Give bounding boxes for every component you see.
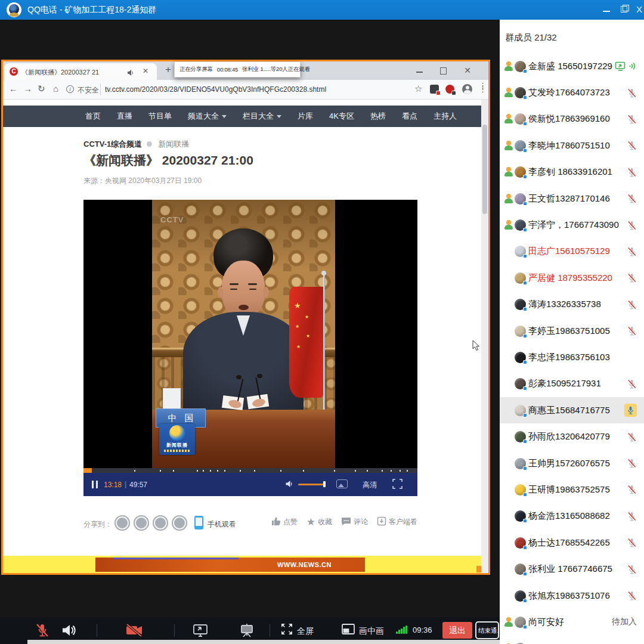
reload-icon[interactable]: ↻ xyxy=(38,83,45,94)
site-info-icon[interactable]: i xyxy=(66,85,74,93)
whiteboard-icon[interactable] xyxy=(239,623,255,640)
new-tab-button[interactable]: + xyxy=(165,64,171,76)
security-label[interactable]: 不安全 xyxy=(78,85,99,95)
member-row[interactable]: 彭豪15095217931 xyxy=(500,371,644,397)
bookmark-star-icon[interactable]: ☆ xyxy=(414,83,422,94)
close-button[interactable]: X xyxy=(632,4,644,16)
minimize-button[interactable] xyxy=(600,4,614,16)
member-row[interactable]: 张利业 17667746675 xyxy=(500,556,644,582)
site-nav-item[interactable]: 主持人 xyxy=(434,111,457,122)
avatar[interactable] xyxy=(515,219,526,231)
site-nav-item[interactable]: 片库 xyxy=(298,111,313,122)
member-status[interactable]: 待加入 xyxy=(612,609,637,635)
member-row[interactable]: 宇泽宁，17667743090 xyxy=(500,212,644,238)
exit-button[interactable]: 退出 xyxy=(442,622,472,639)
address-url[interactable]: tv.cctv.com/2020/03/28/VIDENO54VU0gQbV3I… xyxy=(105,85,326,94)
member-row[interactable]: 侯新悦17863969160 xyxy=(500,106,644,132)
tab-close-icon[interactable]: ✕ xyxy=(143,67,148,75)
mic-muted-icon[interactable] xyxy=(627,159,637,185)
pause-icon[interactable] xyxy=(92,481,98,488)
site-nav-item[interactable]: 直播 xyxy=(117,111,132,122)
site-nav-item[interactable]: 节目单 xyxy=(148,111,172,122)
seek-bar[interactable] xyxy=(83,468,417,473)
mic-muted-icon[interactable] xyxy=(627,530,637,556)
avatar[interactable] xyxy=(515,484,526,496)
member-row[interactable]: 严居健 18795355220 xyxy=(500,265,644,291)
video-action[interactable]: 评论 xyxy=(341,516,368,528)
video-action[interactable]: 客户端看 xyxy=(377,516,417,528)
site-nav-item[interactable]: 热榜 xyxy=(370,111,386,122)
avatar[interactable] xyxy=(515,326,526,337)
avatar[interactable] xyxy=(515,61,526,72)
volume-knob[interactable] xyxy=(323,481,326,487)
avatar[interactable] xyxy=(515,113,526,125)
home-icon[interactable]: ⌂ xyxy=(53,83,58,94)
volume-icon[interactable] xyxy=(285,479,294,491)
fullscreen-icon[interactable] xyxy=(392,479,402,491)
screenshot-icon[interactable] xyxy=(336,479,348,488)
avatar[interactable] xyxy=(515,458,526,469)
mic-muted-icon[interactable] xyxy=(627,371,637,397)
quality-button[interactable]: 高清 xyxy=(363,480,377,490)
share-more-icon[interactable] xyxy=(172,515,187,531)
scrollbar-thumb[interactable] xyxy=(482,125,487,214)
mic-muted-icon[interactable] xyxy=(627,185,637,212)
screen-share-icon[interactable] xyxy=(192,623,209,640)
avatar[interactable] xyxy=(515,590,526,602)
fullscreen-button[interactable]: 全屏 xyxy=(280,623,314,638)
avatar[interactable] xyxy=(515,273,526,284)
avatar[interactable] xyxy=(515,193,526,205)
avatar[interactable] xyxy=(515,87,526,98)
member-row[interactable]: 田志广15610575129 xyxy=(500,239,644,265)
mic-muted-icon[interactable] xyxy=(627,132,637,159)
avatar[interactable] xyxy=(515,510,526,522)
end-call-button[interactable]: 结束通... xyxy=(475,621,499,639)
avatar[interactable] xyxy=(515,405,526,416)
avatar[interactable] xyxy=(515,166,526,178)
breadcrumb-channel[interactable]: CCTV-1综合频道 xyxy=(83,140,142,148)
member-row[interactable]: 金新盛 15650197229 xyxy=(500,53,644,79)
member-row[interactable]: 张旭东19863751076 xyxy=(500,583,644,609)
mic-muted-icon[interactable] xyxy=(627,450,637,476)
browser-menu-icon[interactable]: ⋮⋮ xyxy=(479,84,482,91)
browser-tab[interactable]: C 《新闻联播》20200327 21 ✕ xyxy=(4,63,157,80)
pip-button[interactable]: 画中画 xyxy=(341,623,384,638)
member-row[interactable]: 尚可安好 待加入 xyxy=(500,609,644,635)
site-nav-item[interactable]: 栏目大全 xyxy=(243,111,281,122)
member-row[interactable]: 杨金浩13165088682 xyxy=(500,503,644,530)
member-row[interactable]: 孙雨欣13206420779 xyxy=(500,423,644,450)
screen-sharing-icons[interactable] xyxy=(615,53,637,79)
restore-button[interactable] xyxy=(618,4,632,16)
member-row[interactable] xyxy=(500,636,644,644)
mic-muted-icon[interactable] xyxy=(627,476,637,503)
member-row[interactable]: 李忠泽19863756103 xyxy=(500,344,644,370)
breadcrumb-program[interactable]: 新闻联播 xyxy=(158,140,189,148)
avatar[interactable] xyxy=(515,431,526,442)
video-action[interactable]: ★收藏 xyxy=(306,516,332,528)
site-nav-item[interactable]: 频道大全 xyxy=(188,111,227,122)
browser-restore-button[interactable] xyxy=(435,65,453,77)
camera-off-icon[interactable] xyxy=(125,623,143,640)
share-wechat-icon[interactable] xyxy=(153,515,168,531)
mobile-phone-icon[interactable] xyxy=(194,516,203,530)
member-row[interactable]: 李彦钊 18633916201 xyxy=(500,159,644,185)
member-row[interactable]: 王研博19863752575 xyxy=(500,476,644,503)
browser-profile-icon[interactable] xyxy=(462,84,472,94)
adblock-extension-icon[interactable] xyxy=(445,85,454,94)
mic-muted-icon[interactable] xyxy=(627,106,637,132)
extension-icon[interactable] xyxy=(430,85,439,94)
mic-muted-icon[interactable] xyxy=(627,318,637,344)
avatar[interactable] xyxy=(515,140,526,151)
site-nav-item[interactable]: 看点 xyxy=(402,111,417,122)
mic-muted-icon[interactable] xyxy=(627,239,637,265)
mic-muted-icon[interactable] xyxy=(627,292,637,318)
avatar[interactable] xyxy=(515,617,526,628)
share-qzone-icon[interactable] xyxy=(134,515,149,531)
avatar[interactable] xyxy=(515,299,526,310)
avatar[interactable] xyxy=(515,246,526,257)
video-action[interactable]: 点赞 xyxy=(271,516,298,528)
member-row[interactable]: 王帅男15726076575 xyxy=(500,450,644,476)
member-row[interactable]: 王文哲13287170146 xyxy=(500,185,644,212)
speaker-icon[interactable] xyxy=(61,623,76,640)
browser-close-button[interactable]: ✕ xyxy=(459,65,476,77)
